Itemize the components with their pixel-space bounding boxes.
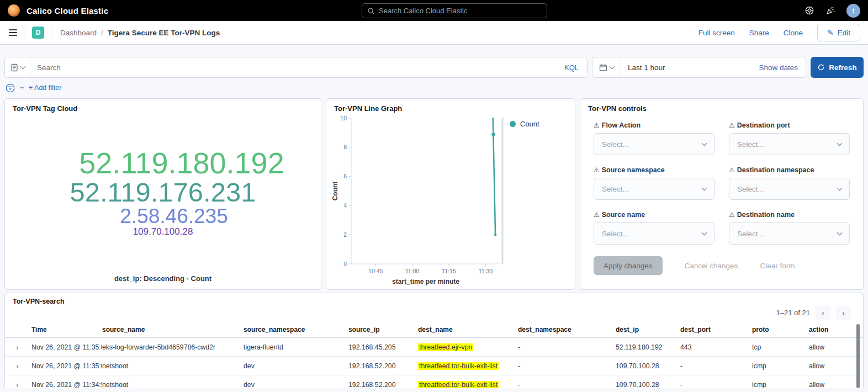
cell-dest_port: - [680,381,752,389]
cell-dest_name: threatfeed.tor-bulk-exit-list [418,362,518,370]
expand-row-icon[interactable]: › [5,380,31,388]
table-scrollbar[interactable] [856,324,860,388]
control-field-destination-port: ⚠Destination portSelect... [729,121,850,155]
control-select[interactable]: Select... [729,133,850,155]
controls-buttons: Apply changes Cancel changes Clear form [580,245,863,275]
pagination-next-icon[interactable]: › [836,306,851,320]
saved-query-menu-button[interactable] [5,57,30,77]
tagcloud-term[interactable]: 52.119.176.231 [70,179,256,206]
breadcrumb-dashboard-link[interactable]: Dashboard [60,29,97,37]
breadcrumb-bar: D Dashboard / Tigera Secure EE Tor-VPN L… [0,21,868,45]
menu-hamburger-icon[interactable] [8,27,18,38]
panel-title: Tor-VPN-search [5,293,863,305]
kql-language-button[interactable]: KQL [556,63,587,72]
breadcrumb: Dashboard / Tigera Secure EE Tor-VPN Log… [60,29,220,37]
tag-cloud: 52.119.180.19252.119.176.2312.58.46.2351… [5,125,321,260]
edit-button[interactable]: ✎ Edit [817,24,860,41]
svg-text:10:45: 10:45 [368,268,383,274]
expand-row-icon[interactable]: › [5,342,31,352]
table-row[interactable]: ›Nov 26, 2021 @ 11:35:04.000netshootdev1… [5,357,863,375]
table-row[interactable]: ›Nov 26, 2021 @ 11:34:54.000netshootdev1… [5,375,863,388]
cell-proto: icmp [752,362,809,370]
chevron-down-icon [20,64,25,70]
svg-text:2: 2 [343,231,347,238]
newsfeed-party-popper-icon[interactable] [825,6,835,15]
app-title: Calico Cloud Elastic [27,6,108,15]
cell-action: allow [809,381,863,389]
column-header-source_name[interactable]: source_name [102,326,244,333]
time-range-picker: Last 1 hour Show dates [592,57,806,78]
filter-circle-icon[interactable] [6,83,15,93]
tagcloud-term[interactable]: 52.119.180.192 [79,148,284,178]
warning-icon: ⚠ [729,122,735,129]
cell-dest_port: 443 [680,343,752,351]
svg-text:0: 0 [343,261,347,267]
control-select[interactable]: Select... [594,133,714,155]
saved-query-icon [10,63,18,72]
cell-dest_ip: 52.119.180.192 [616,343,680,351]
add-filter-button[interactable]: + Add filter [29,84,61,92]
cell-dest_name: threatfeed.tor-bulk-exit-list [418,381,518,389]
svg-text:Count: Count [331,182,339,201]
global-search-input[interactable] [379,7,542,15]
cell-source_ip: 192.168.52.200 [348,362,418,370]
svg-text:8: 8 [343,144,347,150]
tagcloud-term[interactable]: 2.58.46.235 [120,206,227,227]
pagination-prev-icon[interactable]: ‹ [816,306,830,320]
column-header-proto[interactable]: proto [752,326,809,333]
cell-source_namespace: tigera-fluentd [244,343,348,351]
divider [25,26,25,39]
warning-icon: ⚠ [594,211,600,218]
apply-changes-button[interactable]: Apply changes [594,256,663,275]
expand-row-icon[interactable]: › [5,361,31,370]
column-header-dest_name[interactable]: dest_name [418,326,518,333]
control-select[interactable]: Select... [729,178,850,200]
search-icon [367,7,375,15]
cell-source_name: netshoot [102,362,244,370]
table-row[interactable]: ›Nov 26, 2021 @ 11:35:04.000eks-log-forw… [5,338,863,357]
control-label: ⚠Source name [594,211,714,219]
clone-button[interactable]: Clone [784,29,803,37]
svg-text:4: 4 [343,202,347,209]
control-select[interactable]: Select... [594,223,714,245]
cell-source_ip: 192.168.45.205 [348,343,418,351]
column-header-dest_namespace[interactable]: dest_namespace [518,326,616,333]
column-header-dest_port[interactable]: dest_port [680,326,752,333]
tagcloud-term[interactable]: 109.70.100.28 [133,227,193,236]
cell-dest_namespace: - [518,362,616,370]
share-button[interactable]: Share [749,29,769,37]
column-header-source_namespace[interactable]: source_namespace [244,326,348,333]
column-header-time[interactable]: Time [31,326,102,333]
column-header-dest_ip[interactable]: dest_ip [616,326,680,333]
svg-text:start_time per minute: start_time per minute [392,278,459,285]
legend-label: Count [520,120,539,128]
calendar-icon [599,63,607,72]
cancel-changes-button[interactable]: Cancel changes [685,262,738,270]
cell-time: Nov 26, 2021 @ 11:35:04.000 [31,362,102,370]
show-dates-button[interactable]: Show dates [759,63,806,72]
time-range-value[interactable]: Last 1 hour [628,63,665,72]
global-search-box[interactable] [362,3,547,18]
legend-item-count[interactable]: Count [510,120,539,128]
control-label: ⚠Destination namespace [729,166,850,174]
full-screen-button[interactable]: Full screen [698,29,735,37]
chevron-down-icon [837,186,843,191]
column-header-action[interactable]: action [809,326,863,333]
query-search-input[interactable] [30,63,556,72]
quick-select-menu-button[interactable] [592,57,621,77]
user-avatar[interactable]: t [846,4,860,18]
clear-form-button[interactable]: Clear form [760,262,795,270]
space-avatar[interactable]: D [32,27,44,39]
query-bar: KQL Last 1 hour Show dates Refresh [4,57,864,78]
chevron-down-icon [610,64,615,70]
column-header-source_ip[interactable]: source_ip [348,326,418,333]
control-label: ⚠Destination port [729,121,850,129]
refresh-button[interactable]: Refresh [811,57,864,78]
control-select[interactable]: Select... [594,178,714,200]
control-select[interactable]: Select... [729,223,850,245]
warning-icon: ⚠ [729,211,735,218]
table-header-row: Timesource_namesource_namespacesource_ip… [5,322,863,338]
help-life-ring-icon[interactable] [805,6,814,15]
breadcrumb-separator: / [101,29,103,37]
svg-text:11:00: 11:00 [405,268,420,274]
